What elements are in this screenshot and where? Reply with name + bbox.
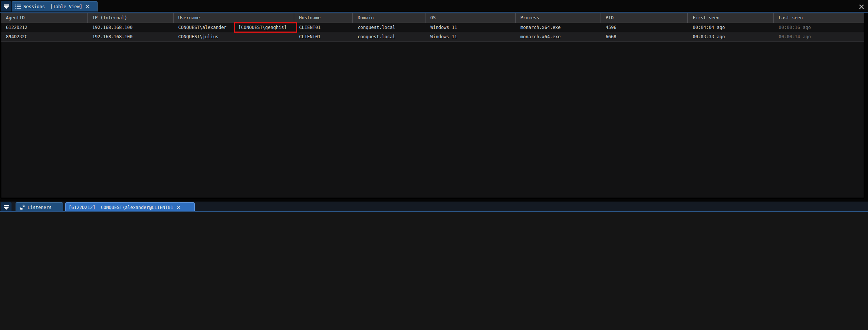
table-list-icon (15, 4, 21, 9)
table-header-cell: Last seen (774, 13, 864, 23)
table-header-cell: Username (174, 13, 295, 23)
agent-console-pane: CONQUEST\alexander@CLIENT01.conquest.loc… (0, 212, 868, 330)
filter-icon (3, 205, 9, 210)
filter-icon (3, 4, 9, 9)
session-cell-last-seen: 00:00:16 ago (774, 25, 864, 30)
table-header-cell: PID (601, 13, 688, 23)
session-cell-last-seen: 00:00:14 ago (774, 34, 864, 39)
session-cell-pid: 6668 (601, 34, 688, 39)
sessions-table-body: 6122D212192.168.168.100CONQUEST\alexande… (1, 23, 864, 42)
table-header-cell: OS (425, 13, 516, 23)
session-cell-os: Windows 11 (425, 25, 516, 30)
sessions-filter-button[interactable] (1, 1, 11, 12)
session-cell-first-seen: 00:03:33 ago (688, 34, 774, 39)
sessions-table-header: AgentIDIP (Internal)UsernameHostnameDoma… (1, 13, 864, 23)
tab-listeners-label: Listeners (27, 205, 52, 210)
table-header-cell: IP (Internal) (88, 13, 174, 23)
console-filter-button[interactable] (1, 202, 11, 212)
close-icon (858, 4, 865, 10)
session-cell-agentid: 6122D212 (1, 25, 88, 30)
session-cell-domain: conquest.local (353, 25, 425, 30)
console-tabbar: Listeners [6122D212] CONQUEST\alexander@… (0, 202, 868, 212)
session-cell-pid: 4596 (601, 25, 688, 30)
session-cell-username: CONQUEST\alexander[CONQUEST\genghis] (174, 22, 295, 33)
session-cell-domain: conquest.local (353, 34, 425, 39)
sessions-tabbar: Sessions [Table View] (0, 0, 868, 13)
tab-agent-console-label: [6122D212] CONQUEST\alexander@CLIENT01 (69, 205, 173, 210)
tabbar-accent-line (0, 12, 868, 13)
tab-agent-console[interactable]: [6122D212] CONQUEST\alexander@CLIENT01 (65, 202, 195, 212)
session-cell-process: monarch.x64.exe (516, 25, 601, 30)
tab-agent-console-close-icon[interactable] (176, 205, 181, 210)
session-cell-agentid: 894D232C (1, 34, 88, 39)
table-header-cell: Domain (353, 13, 425, 23)
session-cell-os: Windows 11 (425, 34, 516, 39)
session-cell-ip-internal-: 192.168.168.100 (88, 34, 174, 39)
tab-sessions-close-icon[interactable] (85, 4, 91, 9)
table-header-cell: AgentID (1, 13, 88, 23)
sessions-table: AgentIDIP (Internal)UsernameHostnameDoma… (1, 13, 864, 198)
session-cell-ip-internal-: 192.168.168.100 (88, 25, 174, 30)
impersonated-token-highlight: [CONQUEST\genghis] (234, 22, 297, 33)
table-header-cell: First seen (688, 13, 774, 23)
session-row[interactable]: 894D232C192.168.168.100CONQUEST\juliusCL… (1, 32, 864, 42)
session-cell-process: monarch.x64.exe (516, 34, 601, 39)
tab-sessions-table-view[interactable]: Sessions [Table View] (12, 1, 98, 12)
c2-client-window: Sessions [Table View] AgentIDIP (Interna… (0, 0, 868, 330)
tab-listeners[interactable]: Listeners (16, 202, 63, 212)
tab-sessions-label: Sessions [Table View] (23, 4, 82, 9)
session-cell-first-seen: 00:04:04 ago (688, 25, 774, 30)
table-header-cell: Hostname (294, 13, 353, 23)
satellite-icon (19, 205, 25, 210)
window-close-button[interactable] (858, 3, 865, 10)
session-row[interactable]: 6122D212192.168.168.100CONQUEST\alexande… (1, 23, 864, 32)
table-header-cell: Process (516, 13, 601, 23)
session-cell-username: CONQUEST\julius (174, 34, 295, 39)
session-cell-hostname: CLIENT01 (295, 25, 353, 30)
session-cell-hostname: CLIENT01 (294, 34, 353, 39)
